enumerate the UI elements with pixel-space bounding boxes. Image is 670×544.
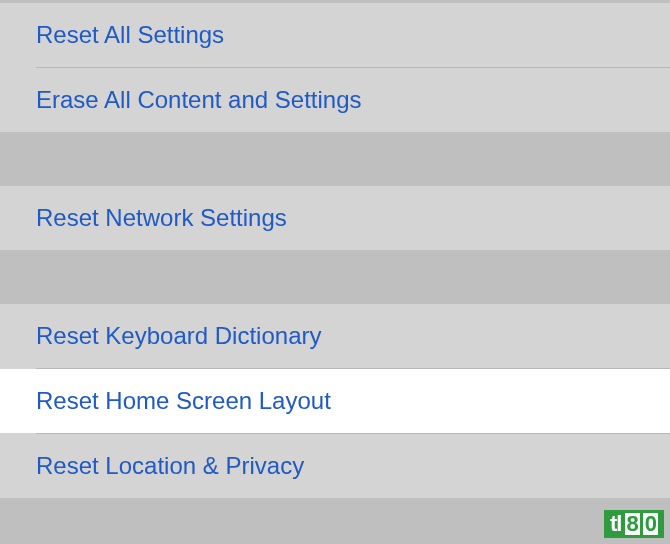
erase-all-content-row[interactable]: Erase All Content and Settings: [0, 68, 670, 132]
reset-home-screen-layout-row[interactable]: Reset Home Screen Layout: [0, 369, 670, 433]
group-spacer: [0, 132, 670, 186]
row-label: Reset Network Settings: [36, 204, 287, 231]
reset-location-privacy-row[interactable]: Reset Location & Privacy: [0, 434, 670, 498]
group-spacer: [0, 250, 670, 304]
row-label: Reset All Settings: [36, 21, 224, 48]
watermark-digit-1: 8: [625, 513, 640, 535]
row-label: Reset Home Screen Layout: [36, 387, 331, 414]
watermark-badge: tl80: [604, 510, 664, 538]
settings-group-1: Reset All Settings Erase All Content and…: [0, 3, 670, 132]
reset-all-settings-row[interactable]: Reset All Settings: [0, 3, 670, 67]
reset-network-settings-row[interactable]: Reset Network Settings: [0, 186, 670, 250]
watermark-digit-2: 0: [643, 513, 658, 535]
settings-group-3: Reset Keyboard Dictionary Reset Home Scr…: [0, 304, 670, 498]
row-label: Erase All Content and Settings: [36, 86, 362, 113]
row-label: Reset Location & Privacy: [36, 452, 304, 479]
watermark-prefix: tl: [610, 513, 621, 535]
reset-keyboard-dictionary-row[interactable]: Reset Keyboard Dictionary: [0, 304, 670, 368]
settings-group-2: Reset Network Settings: [0, 186, 670, 250]
row-label: Reset Keyboard Dictionary: [36, 322, 321, 349]
